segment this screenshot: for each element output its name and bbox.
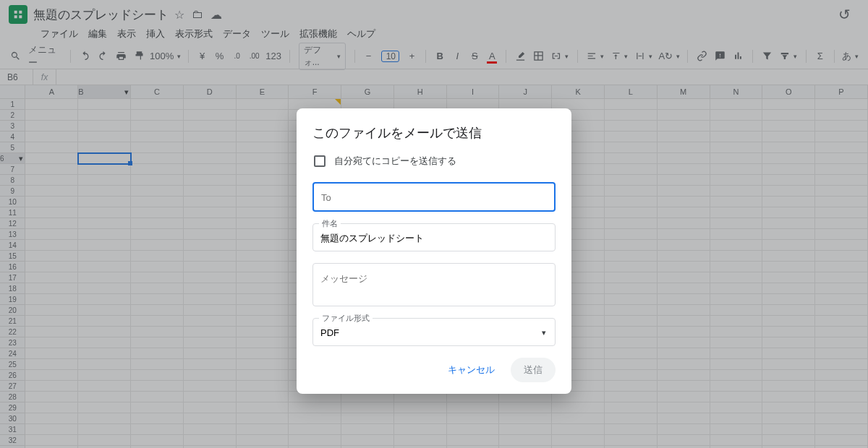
dialog-title: このファイルをメールで送信 [312, 124, 556, 142]
modal-overlay: このファイルをメールで送信 自分宛てにコピーを送信する 件名 ファイル形式 PD… [0, 0, 868, 448]
message-input[interactable] [313, 264, 555, 303]
send-copy-row[interactable]: 自分宛てにコピーを送信する [312, 155, 556, 168]
email-file-dialog: このファイルをメールで送信 自分宛てにコピーを送信する 件名 ファイル形式 PD… [297, 108, 571, 394]
filetype-label: ファイル形式 [319, 313, 373, 324]
send-copy-label: 自分宛てにコピーを送信する [334, 155, 456, 168]
to-input[interactable] [314, 184, 554, 210]
subject-field[interactable]: 件名 [312, 223, 556, 251]
send-button[interactable]: 送信 [511, 358, 556, 382]
to-field[interactable] [312, 182, 556, 212]
checkbox-icon[interactable] [314, 155, 326, 167]
cancel-button[interactable]: キャンセル [438, 358, 505, 382]
filetype-field[interactable]: ファイル形式 PDF [312, 318, 556, 346]
app-root: 無題のスプレッドシート ☆ 🗀 ☁ ↺ ファイル 編集 表示 挿入 表示形式 デ… [0, 0, 868, 448]
filetype-value: PDF [320, 327, 339, 338]
message-field[interactable] [312, 263, 556, 306]
subject-label: 件名 [319, 218, 341, 229]
subject-input[interactable] [313, 224, 555, 251]
